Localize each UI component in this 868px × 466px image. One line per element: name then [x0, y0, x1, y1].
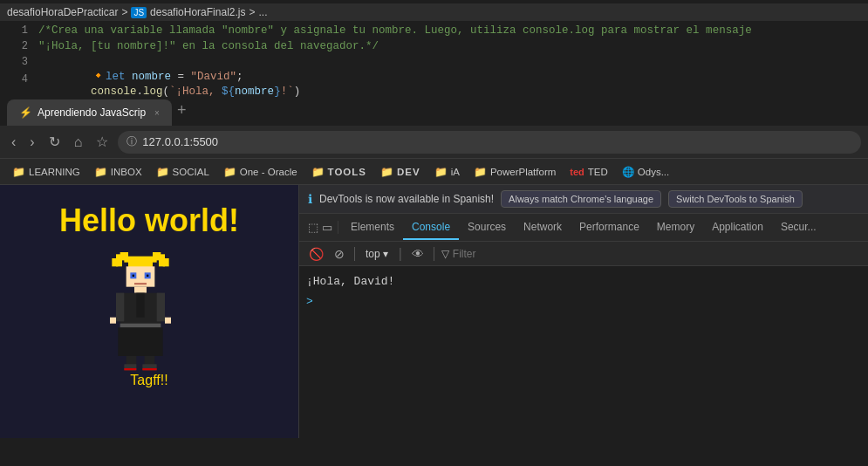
prompt-symbol: >	[306, 295, 313, 308]
devtools-tab-icons: ⬚ ▭	[303, 221, 338, 234]
svg-rect-18	[136, 293, 144, 318]
toolbar-separator-2	[434, 247, 434, 261]
match-language-button[interactable]: Always match Chrome's language	[501, 190, 661, 208]
svg-rect-17	[157, 293, 165, 322]
bookmark-label: DEV	[397, 167, 420, 177]
breadcrumb-folder: desafioHoraDePracticar	[7, 6, 118, 18]
device-icon[interactable]: ▭	[322, 221, 332, 234]
svg-rect-28	[165, 318, 171, 324]
devtools-panel: ℹ DevTools is now available in Spanish! …	[298, 185, 868, 438]
context-dropdown[interactable]: top ▾	[362, 246, 392, 262]
bookmark-social[interactable]: 📁 SOCIAL	[151, 163, 215, 181]
bookmark-label: TED	[588, 167, 608, 177]
bookmark-tools[interactable]: 📁 TOOLS	[306, 163, 372, 181]
code-editor[interactable]: 1 /*Crea una variable llamada "nombre" y…	[0, 21, 868, 94]
tab-memory[interactable]: Memory	[648, 216, 703, 240]
settings-button[interactable]: ⊘	[331, 245, 347, 263]
tab-network[interactable]: Network	[515, 216, 571, 240]
bookmark-label: TOOLS	[328, 167, 366, 177]
switch-to-spanish-button[interactable]: Switch DevTools to Spanish	[668, 190, 803, 208]
console-prompt: >	[306, 293, 861, 310]
console-output: ¡Hola, David! >	[299, 266, 868, 438]
navigation-bar: ‹ › ↻ ⌂ ☆ ⓘ 127.0.0.1:5500	[0, 126, 868, 159]
svg-rect-14	[134, 287, 147, 293]
main-content: Hello world!	[0, 185, 868, 438]
lock-icon: ⓘ	[126, 134, 137, 149]
folder-icon: 📁	[156, 166, 169, 178]
info-icon: ℹ	[308, 192, 312, 206]
code-line-3: 3 🔸let nombre = "David";	[0, 56, 868, 73]
tab-performance[interactable]: Performance	[571, 216, 648, 240]
svg-rect-20	[118, 327, 162, 356]
folder-icon: 📁	[12, 166, 25, 178]
code-content-4: console.log(`¡Hola, ${nombre}!`)	[38, 73, 300, 110]
address-bar[interactable]: ⓘ 127.0.0.1:5500	[118, 131, 861, 154]
folder-icon: 📁	[474, 166, 487, 178]
toolbar-separator	[354, 247, 355, 261]
bookmark-learning[interactable]: 📁 LEARNING	[7, 163, 85, 181]
bookmark-label: INBOX	[111, 167, 142, 177]
svg-rect-19	[120, 324, 161, 328]
breadcrumb: desafioHoraDePracticar > JS desafioHoraF…	[0, 3, 868, 21]
context-label: top	[366, 248, 380, 260]
bookmark-label: iA	[451, 167, 460, 177]
bookmark-powerplatform[interactable]: 📁 PowerPlatform	[468, 163, 561, 181]
pipe-separator: |	[399, 246, 402, 262]
breadcrumb-more: ...	[258, 6, 267, 18]
eye-button[interactable]: 👁	[409, 245, 427, 263]
svg-rect-27	[110, 318, 116, 324]
bookmark-ted[interactable]: ted TED	[564, 164, 613, 180]
line-number-2: 2	[7, 40, 28, 52]
bookmarks-bar: 📁 LEARNING 📁 INBOX 📁 SOCIAL 📁 One - Orac…	[0, 159, 868, 185]
editor-area: desafioHoraDePracticar > JS desafioHoraF…	[0, 0, 868, 94]
svg-rect-11	[133, 275, 134, 277]
character-sprite	[97, 252, 184, 374]
pixel-character	[97, 252, 202, 366]
folder-icon: 📁	[223, 166, 236, 178]
bookmark-button[interactable]: ☆	[92, 130, 113, 154]
code-line-4: 4 console.log(`¡Hola, ${nombre}!`)	[0, 73, 868, 91]
tagff-text: Tagff!!	[130, 373, 167, 388]
folder-icon: 📁	[434, 166, 448, 178]
bookmark-oracle[interactable]: 📁 One - Oracle	[218, 163, 303, 181]
svg-rect-25	[124, 368, 136, 370]
svg-rect-13	[134, 283, 147, 284]
forward-button[interactable]: ›	[25, 131, 38, 154]
code-line-2: 2 "¡Hola, [tu nombre]!" en la consola de…	[0, 40, 868, 56]
bookmark-dev[interactable]: 📁 DEV	[375, 163, 426, 181]
line-number-1: 1	[7, 24, 28, 37]
home-button[interactable]: ⌂	[70, 131, 87, 154]
tab-icon: ⚡	[19, 106, 32, 119]
filter-area: ▽	[441, 248, 861, 260]
svg-rect-7	[163, 258, 169, 266]
back-button[interactable]: ‹	[7, 131, 20, 154]
folder-icon: 📁	[380, 166, 393, 178]
tab-elements[interactable]: Elements	[342, 216, 403, 240]
line-number-3: 3	[7, 56, 28, 68]
code-content-1: /*Crea una variable llamada "nombre" y a…	[38, 24, 752, 37]
breadcrumb-sep2: >	[249, 6, 255, 18]
hello-world-text: Hello world!	[59, 202, 239, 239]
code-line-1: 1 /*Crea una variable llamada "nombre" y…	[0, 24, 868, 40]
bookmark-odys[interactable]: 🌐 Odys...	[617, 163, 674, 181]
notification-text: DevTools is now available in Spanish!	[319, 193, 494, 205]
breadcrumb-sep1: >	[121, 6, 127, 18]
odys-icon: 🌐	[622, 166, 634, 178]
bookmark-label: One - Oracle	[240, 167, 297, 177]
clear-console-button[interactable]: 🚫	[306, 245, 326, 263]
bookmark-ia[interactable]: 📁 iA	[429, 163, 465, 181]
svg-rect-6	[112, 258, 118, 266]
tab-security[interactable]: Secur...	[772, 216, 825, 240]
tab-application[interactable]: Application	[703, 216, 772, 240]
devtools-toolbar: 🚫 ⊘ top ▾ | 👁 ▽	[299, 242, 868, 266]
reload-button[interactable]: ↻	[44, 130, 65, 154]
inspect-icon[interactable]: ⬚	[308, 221, 318, 234]
breadcrumb-file-icon: JS	[131, 7, 147, 18]
tab-console[interactable]: Console	[403, 216, 459, 240]
bookmark-label: PowerPlatform	[490, 167, 556, 177]
bookmark-inbox[interactable]: 📁 INBOX	[89, 163, 147, 181]
tab-sources[interactable]: Sources	[459, 216, 515, 240]
filter-input[interactable]	[453, 248, 861, 260]
svg-rect-12	[147, 275, 148, 277]
svg-rect-26	[142, 368, 156, 370]
